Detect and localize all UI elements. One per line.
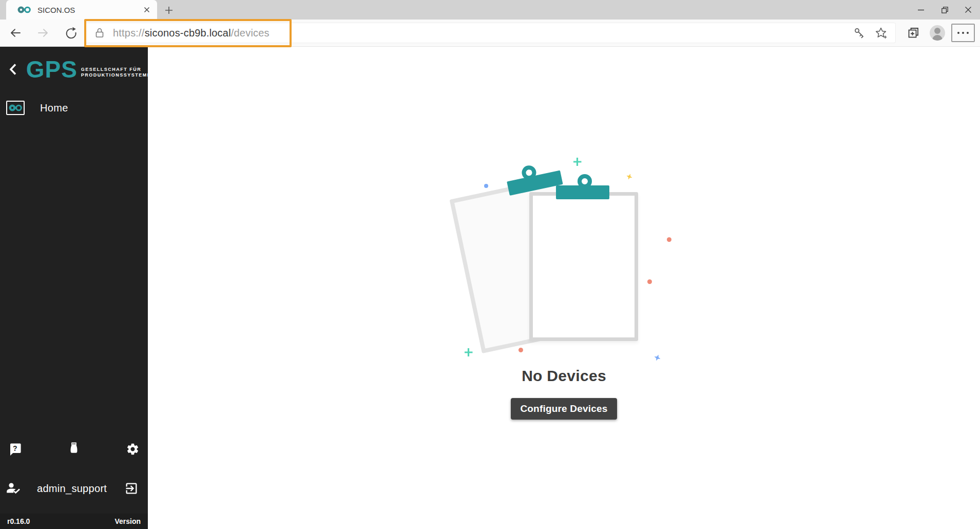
url-scheme: https:// <box>113 27 145 39</box>
refresh-button[interactable] <box>63 25 79 41</box>
decor-dot-red-2 <box>647 279 652 284</box>
logout-icon[interactable] <box>122 479 141 498</box>
help-icon[interactable]: ? <box>4 438 27 460</box>
collapse-sidebar-icon[interactable] <box>6 62 20 77</box>
app-body: GPS GESELLSCHAFT FÜR PRODUKTIONSSYSTEME … <box>0 47 980 529</box>
siconos-favicon-icon <box>17 6 31 14</box>
decor-dot-red-1 <box>667 237 671 242</box>
brand-logo: GPS <box>26 58 78 81</box>
sidebar-item-label: Home <box>40 102 68 114</box>
url-text[interactable]: https://siconos-cb9b.local/devices <box>113 27 270 39</box>
brand-caption-line2: PRODUKTIONSSYSTEME <box>81 72 148 78</box>
usb-icon[interactable] <box>63 438 85 460</box>
decor-dot-red-3 <box>518 348 523 352</box>
minimize-button[interactable] <box>909 0 933 20</box>
close-button[interactable] <box>956 0 980 20</box>
decor-spark-blue <box>653 353 662 362</box>
sidebar-header: GPS GESELLSCHAFT FÜR PRODUKTIONSSYSTEME <box>0 47 148 84</box>
forward-button[interactable] <box>35 25 51 41</box>
favorite-star-icon[interactable] <box>873 25 889 41</box>
main-content: No Devices Configure Devices <box>148 47 980 529</box>
decor-spark-yellow <box>625 173 633 180</box>
svg-text:?: ? <box>13 444 17 452</box>
profile-avatar-icon[interactable] <box>930 25 945 41</box>
sidebar: GPS GESELLSCHAFT FÜR PRODUKTIONSSYSTEME … <box>0 47 148 529</box>
tab-close-icon[interactable] <box>142 5 152 15</box>
gear-icon[interactable] <box>121 438 144 460</box>
tab-title: SICON.OS <box>37 6 142 14</box>
browser-tab[interactable]: SICON.OS <box>6 0 157 20</box>
sidebar-tools: ? <box>0 437 148 461</box>
sidebar-spacer <box>0 119 148 437</box>
back-button[interactable] <box>7 25 24 41</box>
version-value: r0.16.0 <box>7 517 30 525</box>
collections-icon[interactable] <box>903 24 924 42</box>
username: admin_support <box>37 483 107 495</box>
decor-plus-teal-2 <box>465 348 473 356</box>
decor-plus-teal <box>573 158 582 166</box>
clipboard-front <box>529 192 638 341</box>
home-logo-icon <box>6 101 25 115</box>
window-controls <box>909 0 980 20</box>
restore-button[interactable] <box>933 0 956 20</box>
decor-dot-blue <box>484 184 488 188</box>
url-host: siconos-cb9b.local <box>145 27 231 39</box>
address-bar[interactable]: https://siconos-cb9b.local/devices <box>85 23 896 43</box>
empty-state-title: No Devices <box>522 367 606 385</box>
browser-window: SICON.OS <box>0 0 980 529</box>
settings-more-button[interactable] <box>951 24 975 42</box>
password-key-icon[interactable] <box>852 25 867 41</box>
sidebar-item-home[interactable]: Home <box>0 97 148 119</box>
new-tab-button[interactable] <box>162 4 176 17</box>
browser-toolbar: https://siconos-cb9b.local/devices <box>0 20 980 47</box>
empty-state-illustration <box>446 154 682 361</box>
configure-devices-button[interactable]: Configure Devices <box>511 398 617 420</box>
account-row: admin_support <box>0 475 148 502</box>
person-check-icon <box>6 482 21 495</box>
clipboard-front-clip <box>556 174 610 200</box>
lock-icon[interactable] <box>94 27 105 39</box>
version-bar: r0.16.0 Version <box>0 514 148 529</box>
brand-caption-line1: GESELLSCHAFT FÜR <box>81 67 148 72</box>
url-path: /devices <box>231 27 270 39</box>
tab-bar: SICON.OS <box>0 0 980 20</box>
brand-caption: GESELLSCHAFT FÜR PRODUKTIONSSYSTEME <box>81 67 148 78</box>
version-label: Version <box>114 517 141 525</box>
